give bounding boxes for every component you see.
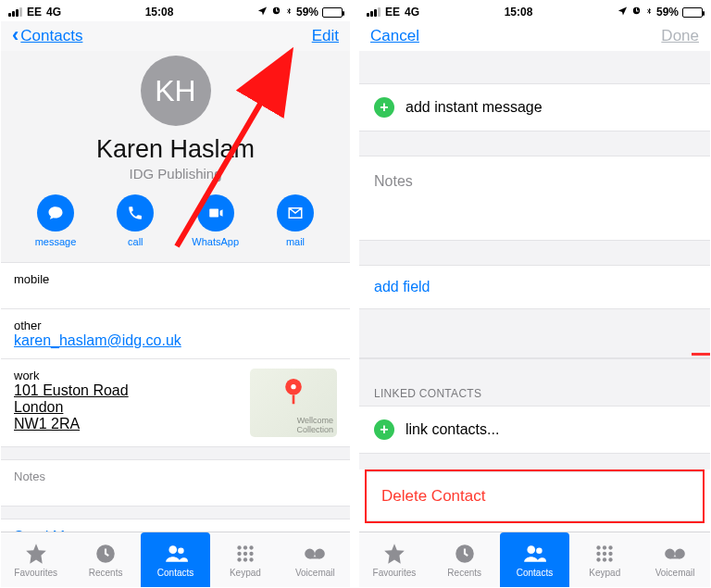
add-field-label: add field [374, 279, 430, 295]
clock-icon [453, 542, 477, 566]
address-city: London [14, 399, 129, 416]
svg-point-27 [597, 557, 601, 561]
location-icon [617, 6, 628, 19]
tab-favourites[interactable]: Favourites [1, 532, 70, 587]
address-row[interactable]: work 101 Euston Road London NW1 2RA Well… [1, 358, 350, 446]
contact-header: KH Karen Haslam IDG Publishing message c… [1, 51, 350, 262]
mobile-label: mobile [14, 272, 337, 286]
star-icon [24, 542, 48, 566]
mail-button[interactable]: mail [263, 194, 328, 247]
svg-point-6 [237, 545, 241, 549]
contacts-icon [522, 542, 546, 566]
voicemail-icon [663, 542, 687, 566]
edit-button[interactable]: Edit [312, 27, 339, 45]
notes-row[interactable]: Notes [359, 156, 710, 240]
address-post: NW1 2RA [14, 416, 129, 432]
status-bar: EE 4G 15:08 59% [1, 1, 350, 21]
location-icon [257, 6, 268, 19]
status-time: 15:08 [145, 6, 174, 19]
link-contacts-row[interactable]: + link contacts... [359, 406, 710, 453]
message-label: message [23, 236, 88, 247]
svg-point-10 [243, 552, 247, 556]
bluetooth-icon [645, 6, 653, 19]
link-contacts-label: link contacts... [405, 421, 499, 438]
signal-icon [8, 7, 22, 17]
alarm-icon [271, 6, 281, 19]
tab-contacts[interactable]: Contacts [141, 532, 210, 587]
svg-point-9 [237, 552, 241, 556]
svg-point-12 [237, 557, 241, 561]
contact-name: Karen Haslam [1, 135, 350, 164]
tab-bar: Favourites Recents Contacts Keypad Voice… [1, 532, 350, 587]
delete-contact-highlight: Delete Contact [365, 469, 705, 523]
delete-contact-row[interactable]: Delete Contact [367, 471, 703, 521]
svg-point-24 [597, 552, 601, 556]
keypad-icon [233, 542, 257, 566]
tab-keypad[interactable]: Keypad [569, 532, 640, 587]
voicemail-icon [303, 542, 327, 566]
svg-point-16 [316, 550, 324, 558]
email-link[interactable]: karen_haslam@idg.co.uk [14, 332, 181, 348]
svg-point-7 [243, 545, 247, 549]
tab-favourites[interactable]: Favourites [359, 532, 430, 587]
add-field-row[interactable]: add field [359, 266, 710, 308]
tab-keypad[interactable]: Keypad [210, 532, 280, 587]
battery-icon [322, 7, 343, 18]
signal-icon [367, 7, 380, 17]
svg-point-5 [178, 548, 184, 555]
linked-contacts-title: LINKED CONTACTS [359, 358, 710, 406]
done-button[interactable]: Done [661, 27, 699, 45]
mobile-row[interactable]: mobile [1, 262, 350, 308]
back-button[interactable]: ‹ Contacts [12, 27, 82, 45]
whatsapp-button[interactable]: WhatsApp [183, 194, 248, 247]
svg-point-1 [291, 384, 295, 389]
svg-point-8 [249, 545, 253, 549]
map-pin-icon [283, 378, 304, 406]
svg-point-26 [609, 552, 613, 556]
battery-pct: 59% [296, 6, 318, 19]
svg-point-14 [249, 557, 253, 561]
svg-point-28 [603, 557, 606, 561]
screenshot-right: EE 4G 15:08 59% Cancel Done + add instan… [358, 0, 711, 588]
network-label: 4G [46, 6, 61, 19]
contact-company: IDG Publishing [1, 166, 350, 181]
email-row[interactable]: other karen_haslam@idg.co.uk [1, 308, 350, 358]
add-instant-message-row[interactable]: + add instant message [359, 84, 710, 131]
bluetooth-icon [285, 6, 293, 19]
tab-recents[interactable]: Recents [70, 532, 140, 587]
notes-label: Notes [374, 173, 413, 190]
svg-point-19 [528, 545, 536, 554]
call-button[interactable]: call [103, 194, 168, 247]
message-icon [47, 205, 64, 221]
svg-point-25 [603, 552, 606, 556]
battery-pct: 59% [656, 6, 679, 19]
battery-icon [682, 7, 703, 18]
video-icon [207, 205, 224, 221]
nav-bar: Cancel Done [359, 21, 710, 51]
status-bar: EE 4G 15:08 59% [359, 1, 710, 21]
svg-point-21 [597, 545, 601, 549]
svg-point-31 [676, 550, 684, 558]
network-label: 4G [405, 6, 419, 19]
svg-point-22 [603, 545, 606, 549]
notes-row[interactable]: Notes [1, 459, 350, 506]
mail-icon [287, 205, 304, 221]
map-thumbnail[interactable]: WellcomeCollection [250, 369, 337, 437]
star-icon [382, 542, 406, 566]
tab-recents[interactable]: Recents [430, 532, 500, 587]
tab-contacts[interactable]: Contacts [500, 532, 570, 587]
other-label: other [14, 319, 337, 332]
svg-point-30 [666, 550, 674, 558]
svg-point-13 [243, 557, 247, 561]
call-label: call [103, 236, 168, 247]
tab-voicemail[interactable]: Voicemail [640, 532, 710, 587]
message-button[interactable]: message [23, 194, 88, 247]
contacts-icon [164, 542, 188, 566]
tab-voicemail[interactable]: Voicemail [281, 532, 350, 587]
clock-icon [94, 542, 118, 566]
svg-point-11 [249, 552, 253, 556]
back-label: Contacts [20, 27, 82, 45]
plus-icon: + [374, 97, 394, 118]
address-line1: 101 Euston Road [14, 382, 129, 399]
cancel-button[interactable]: Cancel [370, 27, 419, 45]
